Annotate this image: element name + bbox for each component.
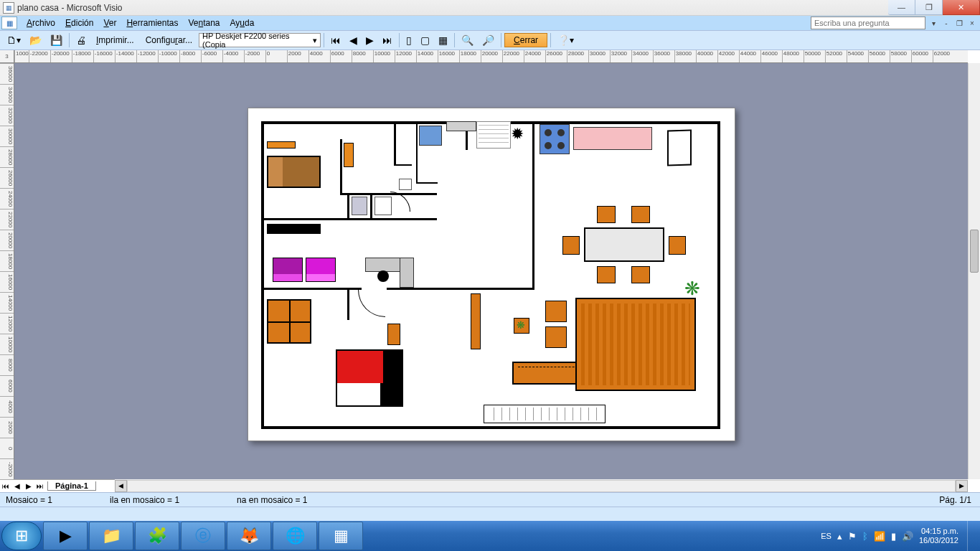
ruler-vertical[interactable]: 3600034000320003000028000260002400022000…	[0, 63, 14, 479]
zoom-in-button[interactable]: 🔎	[479, 32, 498, 48]
first-page-button[interactable]: ⏮	[0, 482, 11, 490]
tv-shape[interactable]	[267, 224, 321, 234]
menu-ver[interactable]: Ver	[98, 17, 121, 29]
menu-edicion[interactable]: Edición	[60, 17, 98, 29]
print-button[interactable]: 🖨	[72, 32, 90, 48]
first-tile-button[interactable]: ⏮	[327, 32, 344, 48]
mdi-minimize-button[interactable]: -	[941, 18, 951, 28]
chair-shape[interactable]	[631, 206, 650, 223]
menu-herramientas[interactable]: Herramientas	[121, 17, 183, 29]
counter-shape[interactable]	[573, 127, 652, 150]
armchair-shape[interactable]	[545, 326, 567, 348]
scroll-left-button[interactable]: ◀	[115, 480, 127, 492]
plant-shape[interactable]: ❋	[684, 278, 700, 300]
last-tile-button[interactable]: ⏭	[379, 32, 396, 48]
next-page-button[interactable]: ▶	[23, 482, 34, 490]
cerrar-label: errar	[520, 35, 538, 45]
whole-page-button[interactable]: ▢	[417, 32, 433, 48]
taskbar-media-player[interactable]: ▶	[43, 522, 88, 550]
minimize-button[interactable]: —	[888, 0, 915, 15]
show-desktop-button[interactable]	[967, 521, 976, 551]
chair-shape[interactable]	[597, 206, 616, 223]
taskbar-explorer[interactable]: 📁	[89, 522, 133, 550]
volume-icon[interactable]: 🔊	[902, 531, 913, 542]
bluetooth-icon[interactable]: ᛒ	[862, 531, 868, 542]
wardrobe-shape[interactable]	[267, 299, 311, 344]
menu-ventana[interactable]: Ventana	[183, 17, 225, 29]
toilet-shape[interactable]	[374, 197, 392, 215]
ruler-horizontal[interactable]: 1000-22000-20000-18000-16000-14000-12000…	[14, 50, 968, 63]
dresser-shape[interactable]	[267, 141, 296, 149]
print-dialog-button[interactable]: Imprimir...	[91, 32, 139, 48]
language-indicator[interactable]: ES	[821, 532, 831, 540]
fridge-shape[interactable]	[419, 126, 442, 146]
nightstand-shape[interactable]	[387, 324, 400, 345]
stove-shape[interactable]	[540, 124, 570, 154]
vertical-scrollbar[interactable]	[968, 63, 980, 479]
prev-tile-button[interactable]: ◀	[346, 32, 361, 48]
counter-shape[interactable]	[446, 121, 476, 131]
plant-shape[interactable]: ❋	[517, 319, 525, 331]
taskbar-ie[interactable]: ⓔ	[181, 522, 225, 550]
armchair-shape[interactable]	[545, 301, 567, 322]
system-menu-icon[interactable]: ▦	[1, 17, 17, 29]
page-setup-button[interactable]: Configurar...	[141, 32, 197, 48]
stairs-shape[interactable]	[476, 121, 511, 149]
prev-page-button[interactable]: ◀	[11, 482, 23, 490]
multi-page-button[interactable]: ▦	[435, 32, 451, 48]
chevron-up-icon[interactable]: ▴	[837, 531, 842, 542]
zoom-out-button[interactable]: 🔍	[458, 32, 477, 48]
taskbar-visio[interactable]: ▦	[319, 522, 363, 550]
desk-shape[interactable]	[400, 258, 414, 288]
open-button[interactable]: 📂	[26, 32, 45, 48]
help-search-input[interactable]	[811, 17, 925, 29]
taskbar-clock[interactable]: 04:15 p.m. 16/03/2012	[919, 527, 958, 545]
chair-shape[interactable]	[377, 270, 389, 282]
chair-shape[interactable]	[669, 236, 686, 255]
page-tab[interactable]: Página-1	[47, 481, 96, 491]
wardrobe-shape[interactable]	[344, 143, 354, 167]
menu-archivo[interactable]: Archivo	[22, 17, 60, 29]
plant-shape[interactable]: ✹	[511, 125, 527, 141]
scroll-right-button[interactable]: ▶	[956, 480, 968, 492]
fridge-shape[interactable]	[667, 129, 692, 166]
sink-shape[interactable]	[399, 179, 412, 190]
next-tile-button[interactable]: ▶	[362, 32, 377, 48]
single-page-button[interactable]: ▯	[402, 32, 415, 48]
cabinet-shape[interactable]	[575, 298, 696, 391]
bed-shape[interactable]	[336, 349, 403, 407]
chair-shape[interactable]	[562, 236, 580, 255]
start-button[interactable]: ⊞	[1, 522, 42, 550]
printer-name: HP Deskjet F2200 series (Copia	[202, 32, 313, 49]
chair-shape[interactable]	[631, 266, 650, 283]
battery-icon[interactable]: ▮	[891, 531, 896, 542]
shower-shape[interactable]	[352, 197, 367, 215]
taskbar-app[interactable]: 🧩	[135, 522, 179, 550]
menu-ayuda[interactable]: Ayuda	[225, 17, 260, 29]
taskbar-chrome[interactable]: 🌐	[273, 522, 317, 550]
drawing-canvas[interactable]: ✹ ❋	[14, 63, 968, 479]
bed-shape[interactable]	[267, 156, 321, 188]
chair-shape[interactable]	[597, 266, 616, 283]
stairs-shape[interactable]	[484, 405, 606, 423]
horizontal-scrollbar[interactable]: ◀ ▶	[115, 479, 968, 492]
close-preview-button[interactable]: Cerrar	[504, 33, 547, 47]
help-button[interactable]: ❔▾	[554, 32, 578, 48]
dining-table-shape[interactable]	[584, 227, 664, 262]
mdi-restore-button[interactable]: ❐	[954, 18, 964, 28]
maximize-button[interactable]: ❐	[915, 0, 943, 15]
printer-select[interactable]: HP Deskjet F2200 series (Copia ▾	[199, 33, 321, 47]
network-icon[interactable]: 📶	[874, 531, 885, 542]
mdi-close-button[interactable]: ×	[967, 18, 977, 28]
last-page-button[interactable]: ⏭	[34, 482, 46, 490]
bed-shape[interactable]	[306, 258, 336, 282]
flag-icon[interactable]: ⚑	[848, 531, 857, 542]
taskbar-firefox[interactable]: 🦊	[227, 522, 271, 550]
save-button[interactable]: 💾	[47, 32, 66, 48]
tv-stand-shape[interactable]	[471, 293, 481, 349]
door-shape[interactable]	[358, 290, 385, 317]
help-dropdown-icon[interactable]: ▾	[928, 18, 938, 28]
close-button[interactable]: ✕	[943, 0, 980, 15]
bed-shape[interactable]	[273, 258, 303, 282]
new-button[interactable]: 🗋▾	[3, 32, 24, 48]
